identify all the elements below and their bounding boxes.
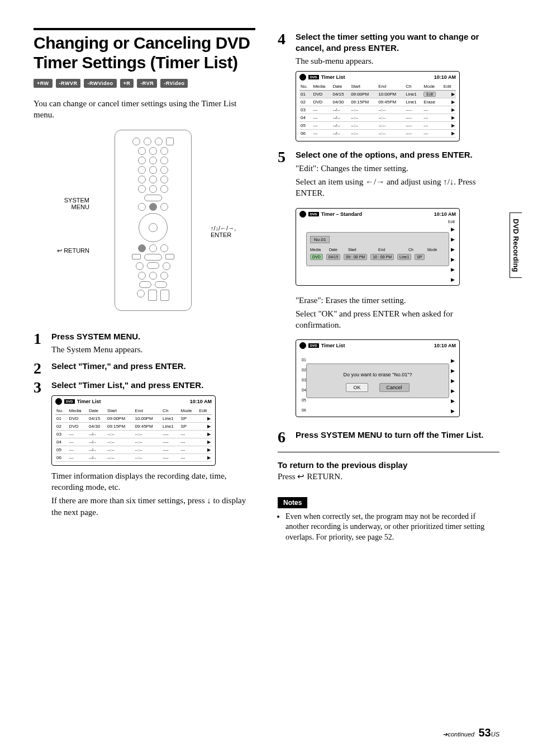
step-5-body2: Select an item using ←/→ and adjust usin… [296,176,499,199]
arrow-icon[interactable]: ▶ [451,237,455,242]
timer-list-panel-step3: DVD Timer List 10:10 AM No. Media Date S… [51,395,216,466]
left-column: Changing or Canceling DVD Timer Settings… [34,28,255,545]
col-start: Start [106,407,134,415]
panel-clock: 10:10 AM [434,211,456,217]
arrow-icon[interactable]: ▶ [451,408,455,414]
field-mode[interactable]: SP [415,254,424,260]
timer-standard-panel: DVD Timer – Standard 10:10 AM Edit ▶ ▶ ▶… [296,208,460,286]
side-tab-dvd-recording: DVD Recording [510,212,522,278]
arrow-icon[interactable]: ▶ [198,430,212,438]
badge-r-plus: +R [120,79,134,88]
step-2-number: 2 [34,361,46,376]
table-row[interactable]: 03-----/----:----:---------▶ [299,106,456,114]
remote-diagram: SYSTEM MENU ↩ RETURN ↑/↓/←/→, ENTER [34,130,255,320]
label-date: Date [329,248,345,252]
step-3-head: Select "Timer List," and press ENTER. [51,380,255,391]
page-suffix: US [491,731,499,738]
step-3-after2: If there are more than six timer setting… [51,495,255,518]
table-row[interactable]: 01DVD04/1509:00PM10:00PMLine1SP▶ [55,414,212,422]
arrow-icon[interactable]: ▶ [442,130,456,138]
step-1: 1 Press SYSTEM MENU. The System Menu app… [34,331,255,358]
field-date[interactable]: 04/15 [326,254,341,260]
step-3: 3 Select "Timer List," and press ENTER. … [34,380,255,520]
page-title: Changing or Canceling DVD Timer Settings… [34,34,255,72]
table-row[interactable]: 05-----/----:----:---------▶ [55,446,212,453]
step-6-head: Press SYSTEM MENU to turn off the Timer … [296,429,483,441]
edit-dialog: No.01 Media Date Start End Ch Mode [306,232,449,266]
arrow-icon[interactable]: ▶ [451,226,455,232]
col-media: Media [68,407,88,415]
page-footer: ➔continued 53US [442,726,499,739]
table-row[interactable]: 06-----/----:----:---------▶ [299,130,456,138]
panel-edit-title: Timer – Standard [321,211,362,217]
arrow-icon[interactable]: ▶ [442,98,456,106]
arrow-icon[interactable]: ▶ [451,247,455,252]
col-edit: Edit [198,407,212,415]
ok-button[interactable]: OK [346,383,368,392]
arrow-icon[interactable]: ▶ [451,277,455,282]
field-start[interactable]: 09 : 00 PM [344,254,367,260]
table-row[interactable]: 03-----/----:----:---------▶ [55,430,212,438]
step-2-head: Select "Timer," and press ENTER. [51,361,186,372]
step-1-head: Press SYSTEM MENU. [51,331,142,342]
badge-rvideo: -RVideo [160,79,188,88]
timer-table-step4: No.MediaDateStartEndChModeEdit 01DVD04/1… [299,83,456,138]
label-ch: Ch [408,248,424,252]
edit-col-label: Edit [448,220,455,224]
disc-icon [299,211,306,218]
notes-label: Notes [278,497,307,508]
label-end: End [378,248,405,252]
badge-rw-plus: +RW [34,79,53,88]
field-media[interactable]: DVD [310,254,323,260]
field-ch[interactable]: Line1 [397,254,411,260]
label-start: Start [348,248,375,252]
timer-table-step3: No. Media Date Start End Ch Mode Edit 01… [55,407,212,462]
arrow-icon[interactable]: ▶ [451,257,455,262]
cancel-button[interactable]: Cancel [379,383,410,392]
label-mode: Mode [427,248,439,252]
table-row[interactable]: 05-----/----:----:---------▶ [299,122,456,130]
return-head: To return to the previous display [278,460,499,470]
arrow-icon[interactable]: ▶ [451,368,455,374]
arrow-icon[interactable]: ▶ [198,422,212,430]
step-5-body4: Select "OK" and press ENTER when asked f… [296,308,499,331]
table-row[interactable]: 04-----/----:----:---------▶ [299,114,456,122]
arrow-icon[interactable]: ▶ [198,414,212,422]
step-4-number: 4 [278,31,290,47]
table-row[interactable]: 01DVD04/1509:00PM10:00PMLine1Edit▶ [299,91,456,98]
panel-title: Timer List [321,74,345,80]
arrow-icon[interactable]: ▶ [442,91,456,98]
right-column: 4 Select the timer setting you want to c… [278,28,499,545]
arrow-icon[interactable]: ▶ [451,378,455,384]
dvd-chip-icon: DVD [64,399,75,404]
step-6-number: 6 [278,429,290,445]
field-end[interactable]: 10 : 00 PM [370,254,394,260]
col-date: Date [88,407,106,415]
panel-title: Timer List [321,343,345,348]
table-row[interactable]: 06-----/----:----:---------▶ [55,453,212,461]
step-4: 4 Select the timer setting you want to c… [278,31,499,146]
badge-rwvr: -RWVR [56,79,81,88]
arrow-icon[interactable]: ▶ [442,106,456,114]
table-row[interactable]: 04-----/----:----:---------▶ [55,438,212,446]
table-row[interactable]: 02DVD04/3009:15PM09:45PMLine1SP▶ [55,422,212,430]
arrow-icon[interactable]: ▶ [451,388,455,394]
note-item: Even when correctly set, the program may… [285,512,499,544]
arrow-icon[interactable]: ▶ [451,398,455,404]
arrow-icon[interactable]: ▶ [198,438,212,446]
table-row[interactable]: 02DVD04/3009:15PM09:45PMLine1Erase▶ [299,98,456,106]
arrow-icon[interactable]: ▶ [442,114,456,122]
step-4-head: Select the timer setting you want to cha… [296,31,499,53]
title-rule [34,28,255,30]
arrow-icon[interactable]: ▶ [198,446,212,453]
callout-system-menu: SYSTEM MENU [45,197,89,210]
arrow-icon[interactable]: ▶ [451,267,455,272]
step-5: 5 Select one of the options, and press E… [278,149,499,426]
edit-pill[interactable]: Edit [423,92,436,97]
arrow-icon[interactable]: ▶ [451,358,455,363]
arrow-icon[interactable]: ▶ [198,453,212,461]
arrow-icon[interactable]: ▶ [442,122,456,130]
callout-return-text: RETURN [64,247,89,254]
col-mode: Mode [180,407,198,415]
label-media: Media [310,248,326,252]
